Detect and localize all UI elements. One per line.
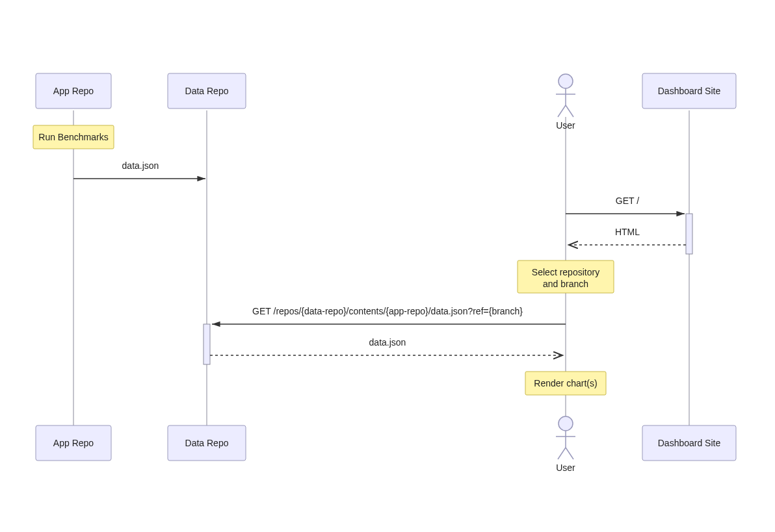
msg-data-json-2: data.json [369, 337, 406, 348]
msg-html: HTML [615, 227, 640, 237]
svg-line-7 [566, 105, 573, 117]
label-data-repo-top: Data Repo [185, 86, 229, 96]
participant-user-top: User [556, 74, 575, 131]
label-user-bottom: User [556, 462, 575, 473]
label-user-top: User [556, 120, 575, 131]
msg-get-root: GET / [616, 196, 639, 206]
svg-line-17 [558, 448, 566, 459]
svg-line-18 [566, 448, 573, 459]
label-render-charts: Render chart(s) [534, 378, 597, 388]
msg-data-json-1: data.json [122, 160, 159, 171]
label-dashboard-site-bottom: Dashboard Site [658, 438, 721, 448]
label-select-repo-2: and branch [543, 279, 588, 289]
participant-app-repo-bottom: App Repo [36, 425, 111, 461]
label-app-repo-top: App Repo [53, 86, 94, 96]
participant-dashboard-site-top: Dashboard Site [642, 73, 736, 108]
activation-data-repo [204, 324, 210, 364]
label-select-repo-1: Select repository [532, 267, 599, 277]
label-app-repo-bottom: App Repo [53, 438, 94, 448]
svg-point-3 [558, 74, 573, 88]
note-run-benchmarks: Run Benchmarks [33, 125, 114, 149]
participant-dashboard-site-bottom: Dashboard Site [642, 425, 736, 461]
activation-dashboard [686, 214, 692, 254]
msg-get-repos: GET /repos/{data-repo}/contents/{app-rep… [252, 306, 523, 316]
participant-data-repo-top: Data Repo [168, 73, 246, 108]
label-run-benchmarks: Run Benchmarks [38, 132, 108, 142]
svg-line-6 [558, 105, 566, 117]
participant-user-bottom: User [556, 416, 575, 473]
label-data-repo-bottom: Data Repo [185, 438, 229, 448]
note-select-repo: Select repository and branch [518, 260, 614, 293]
participant-app-repo-top: App Repo [36, 73, 111, 108]
note-render-charts: Render chart(s) [525, 372, 606, 395]
svg-point-14 [558, 416, 573, 431]
participant-data-repo-bottom: Data Repo [168, 425, 246, 461]
sequence-diagram: App Repo Data Repo Dashboard Site User R… [0, 0, 775, 532]
label-dashboard-site-top: Dashboard Site [658, 86, 721, 96]
